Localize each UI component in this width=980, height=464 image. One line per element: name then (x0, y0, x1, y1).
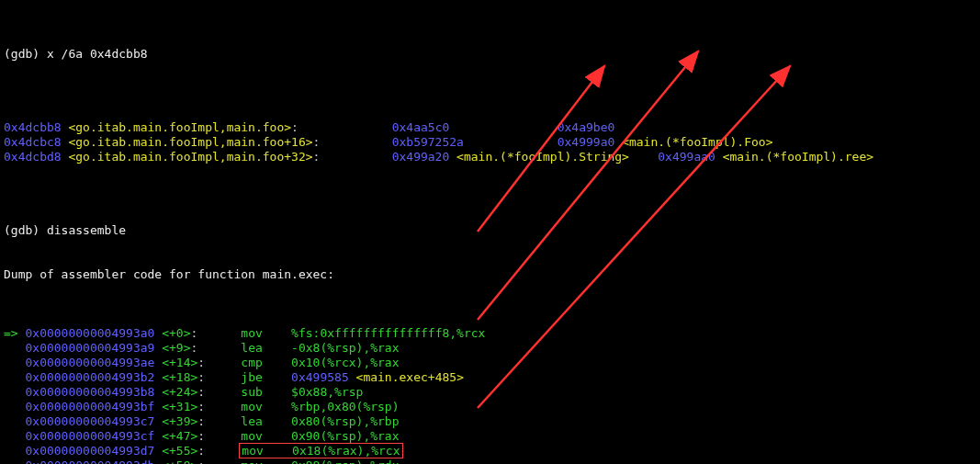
mem-symbol: <go.itab.main.fooImpl,main.foo> (68, 120, 291, 134)
disasm-row: 0x00000000004993bf <+31>: mov %rbp,0x80(… (4, 400, 976, 414)
gdb-prompt: (gdb) (4, 223, 47, 237)
mem-addr: 0x4dcbc8 (4, 135, 62, 149)
mnemonic: lea (241, 414, 284, 428)
operands: %fs:0xfffffffffffffff8,%rcx (291, 326, 485, 340)
disasm-offset: <+14> (162, 356, 197, 369)
operands: 0x90(%rsp),%rax (291, 429, 399, 443)
operands: 0x98(%rsp),%rdx (291, 458, 399, 464)
disasm-row: 0x00000000004993cf <+47>: mov 0x90(%rsp)… (4, 429, 976, 444)
mnemonic: jbe (241, 370, 284, 384)
disasm-addr: 0x00000000004993b8 (25, 385, 154, 399)
disasm-row: 0x00000000004993b8 <+24>: sub $0x88,%rsp (4, 385, 976, 400)
mnemonic: cmp (241, 356, 284, 369)
disasm-offset: <+59> (162, 458, 197, 464)
mem-label: <main.(*fooImpl).Foo> (622, 135, 772, 149)
operands: 0x80(%rsp),%rbp (291, 414, 399, 428)
memory-dump-row: 0x4dcbb8 <go.itab.main.fooImpl,main.foo>… (4, 120, 976, 135)
disassembly-header: Dump of assembler code for function main… (4, 267, 976, 282)
mem-value: 0xb597252a (392, 135, 464, 149)
disasm-addr: 0x00000000004993db (25, 458, 154, 464)
mem-value: 0x4aa5c0 (392, 120, 450, 134)
disasm-addr: 0x00000000004993a9 (25, 341, 154, 355)
mem-value: 0x4a9be0 (558, 120, 615, 134)
operands: 0x499585 (291, 370, 349, 384)
gdb-disassemble-line[interactable]: (gdb) disassemble (4, 223, 976, 238)
mem-symbol: <go.itab.main.fooImpl,main.foo+16> (68, 135, 312, 149)
mem-value: 0x499aa0 (658, 150, 715, 164)
gdb-command-line[interactable]: (gdb) x /6a 0x4dcbb8 (4, 47, 976, 62)
disasm-row: 0x00000000004993a9 <+9>: lea -0x8(%rsp),… (4, 341, 976, 356)
disasm-offset: <+18> (162, 370, 197, 384)
disasm-addr: 0x00000000004993c7 (25, 414, 154, 428)
disasm-row: 0x00000000004993c7 <+39>: lea 0x80(%rsp)… (4, 414, 976, 429)
mnemonic: lea (241, 341, 284, 355)
disasm-offset: <+39> (162, 414, 197, 428)
operand-symbol: <main.exec+485> (356, 370, 464, 384)
disasm-addr: 0x00000000004993bf (25, 400, 154, 413)
operands: -0x8(%rsp),%rax (291, 341, 399, 355)
mem-value: 0x499a20 (392, 150, 450, 164)
gdb-prompt: (gdb) (4, 47, 47, 61)
mnemonic: sub (241, 385, 284, 399)
operands: $0x88,%rsp (291, 385, 363, 399)
disassembly-listing: => 0x00000000004993a0 <+0>: mov %fs:0xff… (4, 326, 976, 464)
disasm-addr: 0x00000000004993d7 (25, 444, 154, 458)
disasm-offset: <+47> (162, 429, 197, 443)
mnemonic: mov (241, 326, 284, 340)
disasm-row: 0x00000000004993ae <+14>: cmp 0x10(%rcx)… (4, 356, 976, 370)
disasm-addr: 0x00000000004993ae (25, 356, 154, 369)
highlighted-instruction: mov 0x18(%rax),%rcx (239, 443, 402, 458)
gdb-cmd: x /6a 0x4dcbb8 (47, 47, 148, 61)
mem-label: <main.(*fooImpl).ree> (723, 150, 873, 164)
current-marker: => (4, 326, 25, 340)
disasm-addr: 0x00000000004993b2 (25, 370, 154, 384)
disasm-offset: <+31> (162, 400, 197, 413)
gdb-cmd-disassemble: disassemble (47, 223, 126, 237)
mem-addr: 0x4dcbd8 (4, 150, 62, 164)
mem-addr: 0x4dcbb8 (4, 120, 62, 134)
disasm-row: 0x00000000004993db <+59>: mov 0x98(%rsp)… (4, 458, 976, 464)
disasm-offset: <+9> (162, 341, 190, 355)
disasm-addr: 0x00000000004993cf (25, 429, 154, 443)
memory-dump-row: 0x4dcbc8 <go.itab.main.fooImpl,main.foo+… (4, 135, 976, 150)
memory-dump-row: 0x4dcbd8 <go.itab.main.fooImpl,main.foo+… (4, 150, 976, 164)
operands: %rbp,0x80(%rsp) (291, 400, 399, 413)
terminal-output: (gdb) x /6a 0x4dcbb8 0x4dcbb8 <go.itab.m… (0, 0, 980, 464)
disasm-row: 0x00000000004993d7 <+55>: mov 0x18(%rax)… (4, 444, 976, 458)
disasm-offset: <+0> (162, 326, 190, 340)
mem-symbol: <go.itab.main.fooImpl,main.foo+32> (68, 150, 312, 164)
mem-label: <main.(*fooImpl).String> (456, 150, 629, 164)
mnemonic: mov (242, 444, 285, 458)
disasm-row: => 0x00000000004993a0 <+0>: mov %fs:0xff… (4, 326, 976, 341)
memory-dump-section: 0x4dcbb8 <go.itab.main.fooImpl,main.foo>… (4, 120, 976, 164)
mnemonic: mov (241, 429, 284, 443)
operands: 0x18(%rax),%rcx (292, 444, 400, 458)
disasm-offset: <+24> (162, 385, 197, 399)
mem-value: 0x4999a0 (558, 135, 615, 149)
disasm-row: 0x00000000004993b2 <+18>: jbe 0x499585 <… (4, 370, 976, 385)
disasm-addr: 0x00000000004993a0 (25, 326, 154, 340)
mnemonic: mov (241, 400, 284, 413)
mnemonic: mov (241, 458, 284, 464)
operands: 0x10(%rcx),%rax (291, 356, 399, 369)
disasm-offset: <+55> (162, 444, 197, 458)
